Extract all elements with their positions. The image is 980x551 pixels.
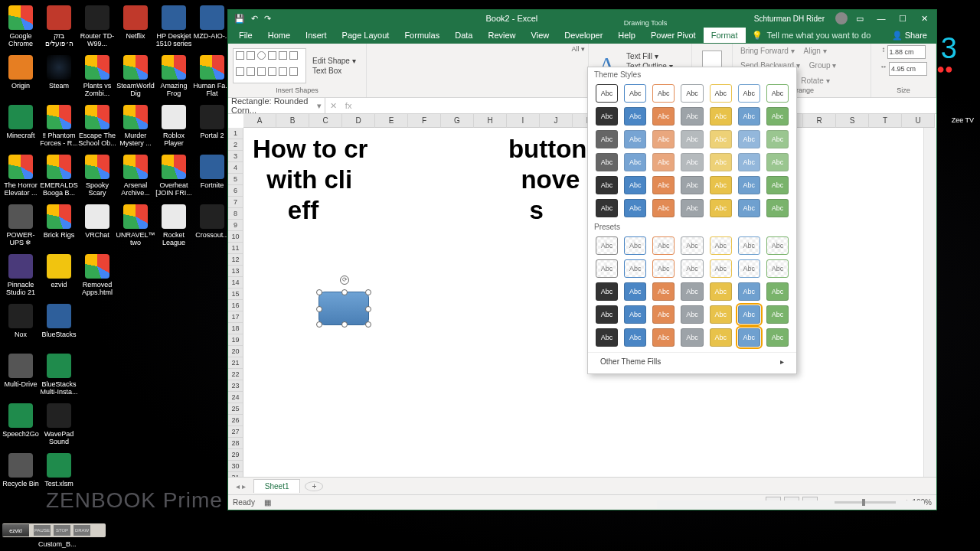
style-swatch[interactable]: Abc — [596, 107, 618, 126]
style-swatch[interactable]: Abc — [738, 259, 760, 278]
recorder-stop[interactable]: STOP — [54, 525, 70, 536]
style-swatch[interactable]: Abc — [652, 176, 675, 194]
style-swatch[interactable]: Abc — [624, 259, 646, 278]
style-swatch[interactable]: Abc — [681, 107, 703, 126]
style-swatch[interactable]: Abc — [624, 84, 646, 103]
desktop-icon[interactable] — [193, 401, 231, 451]
macro-icon[interactable]: ▦ — [264, 498, 271, 507]
style-swatch[interactable]: Abc — [624, 282, 646, 301]
style-swatch[interactable]: Abc — [596, 199, 618, 217]
minimize-icon[interactable]: — — [872, 11, 890, 26]
text-box-button[interactable]: Text Box — [309, 66, 359, 76]
style-swatch[interactable]: Abc — [766, 328, 789, 347]
desktop-icon[interactable]: Google Chrome — [2, 3, 40, 53]
desktop-icon[interactable] — [116, 302, 155, 351]
styles-more-button[interactable]: All ▾ — [571, 45, 585, 53]
maximize-icon[interactable]: ☐ — [893, 11, 912, 26]
style-swatch[interactable]: Abc — [624, 176, 646, 194]
fx-icon[interactable]: fx — [345, 101, 352, 110]
style-swatch[interactable]: Abc — [738, 84, 760, 103]
desktop-icon[interactable]: Removed Apps.html — [78, 252, 116, 302]
menu-format[interactable]: Format — [704, 28, 746, 43]
desktop-icon[interactable] — [155, 252, 193, 302]
style-swatch[interactable]: Abc — [596, 236, 618, 255]
share-button[interactable]: 👤 Share — [883, 31, 936, 41]
style-swatch[interactable]: Abc — [624, 328, 646, 347]
style-swatch[interactable]: Abc — [596, 153, 618, 171]
user-name[interactable]: Schturman DH Rider — [746, 15, 832, 23]
desktop-icon[interactable]: Router TD-W99... — [78, 3, 116, 53]
style-swatch[interactable]: Abc — [738, 305, 760, 324]
tell-me[interactable]: 💡Tell me what you want to do — [752, 31, 871, 41]
selected-shape[interactable]: ⟳ — [318, 292, 369, 325]
style-swatch[interactable]: Abc — [766, 176, 789, 194]
style-swatch[interactable]: Abc — [766, 305, 789, 324]
style-swatch[interactable]: Abc — [681, 153, 703, 171]
menu-data[interactable]: Data — [447, 28, 480, 43]
style-swatch[interactable]: Abc — [681, 305, 703, 324]
desktop-icon[interactable]: Fortnite — [193, 152, 231, 202]
height-input[interactable]: 1.88 cm — [887, 45, 926, 59]
desktop-icon[interactable] — [116, 401, 155, 451]
style-swatch[interactable]: Abc — [710, 282, 732, 301]
desktop-icon[interactable]: Multi-Drive — [2, 351, 40, 401]
desktop-icon[interactable]: Roblox Player — [155, 103, 193, 152]
desktop-icon[interactable]: Origin — [2, 53, 40, 103]
desktop-icon[interactable]: MZD-AIO-... — [193, 3, 231, 53]
menu-file[interactable]: File — [231, 28, 260, 43]
style-swatch[interactable]: Abc — [710, 305, 732, 324]
desktop-icon[interactable]: בזק ה׳פועלים — [40, 3, 78, 53]
spreadsheet-grid[interactable]: ABCDEFGHIJKLMNOPQRSTU 123456789101112131… — [228, 114, 936, 477]
style-swatch[interactable]: Abc — [624, 153, 646, 171]
style-swatch[interactable]: Abc — [710, 153, 732, 171]
style-swatch[interactable]: Abc — [681, 259, 703, 278]
style-swatch[interactable]: Abc — [652, 153, 675, 171]
sheet-nav[interactable]: ◂ ▸ — [228, 482, 253, 491]
rotate-button[interactable]: Rotate ▾ — [798, 76, 832, 86]
desktop-icon[interactable]: Rocket League — [155, 202, 193, 252]
style-swatch[interactable]: Abc — [624, 236, 646, 255]
desktop-icon[interactable]: HP Deskjet 1510 series — [155, 3, 193, 53]
style-swatch[interactable]: Abc — [766, 107, 789, 126]
style-swatch[interactable]: Abc — [710, 236, 732, 255]
menu-insert[interactable]: Insert — [298, 28, 335, 43]
menu-home[interactable]: Home — [260, 28, 298, 43]
desktop-icon[interactable]: SteamWorld Dig — [116, 53, 155, 103]
style-swatch[interactable]: Abc — [652, 130, 675, 148]
align-button[interactable]: Align ▾ — [801, 46, 830, 56]
desktop-icon[interactable]: Crossout... — [193, 202, 231, 252]
desktop-icon[interactable]: The Horror Elevator ... — [2, 152, 40, 202]
style-swatch[interactable]: Abc — [652, 199, 675, 217]
style-swatch[interactable]: Abc — [652, 328, 675, 347]
menu-developer[interactable]: Developer — [557, 28, 610, 43]
zoom-slider[interactable] — [835, 501, 896, 504]
desktop-icon[interactable]: Overheat [JOIN FRI... — [155, 152, 193, 202]
style-swatch[interactable]: Abc — [596, 305, 618, 324]
style-swatch[interactable]: Abc — [710, 107, 732, 126]
other-theme-fills[interactable]: Other Theme Fills▸ — [588, 352, 796, 370]
style-swatch[interactable]: Abc — [596, 282, 618, 301]
style-swatch[interactable]: Abc — [596, 328, 618, 347]
style-swatch[interactable]: Abc — [596, 259, 618, 278]
style-swatch[interactable]: Abc — [766, 259, 789, 278]
desktop-icon[interactable]: Spooky Scary Skeletons ... — [78, 152, 116, 202]
style-swatch[interactable]: Abc — [710, 130, 732, 148]
style-swatch[interactable]: Abc — [681, 84, 703, 103]
desktop-icon[interactable]: EMERALDS Booga B... — [40, 152, 78, 202]
desktop-icon[interactable]: Amazing Frog — [155, 53, 193, 103]
desktop-icon[interactable]: BlueStacks Multi-Insta... — [40, 351, 78, 401]
style-swatch[interactable]: Abc — [652, 282, 675, 301]
desktop-icon[interactable]: Minecraft — [2, 103, 40, 152]
bring-forward-button[interactable]: Bring Forward ▾ — [737, 46, 798, 56]
style-swatch[interactable]: Abc — [681, 176, 703, 194]
desktop-icon[interactable] — [155, 302, 193, 351]
style-swatch[interactable]: Abc — [681, 236, 703, 255]
desktop-icon[interactable]: WavePad Sound Editor — [40, 401, 78, 451]
style-swatch[interactable]: Abc — [652, 107, 675, 126]
style-swatch[interactable]: Abc — [738, 107, 760, 126]
desktop-icon[interactable]: Arsenal Archive... — [116, 152, 155, 202]
style-swatch[interactable]: Abc — [738, 153, 760, 171]
desktop-icon[interactable]: BlueStacks — [40, 302, 78, 351]
desktop-icon[interactable]: Murder Mystery ... — [116, 103, 155, 152]
style-swatch[interactable]: Abc — [681, 328, 703, 347]
